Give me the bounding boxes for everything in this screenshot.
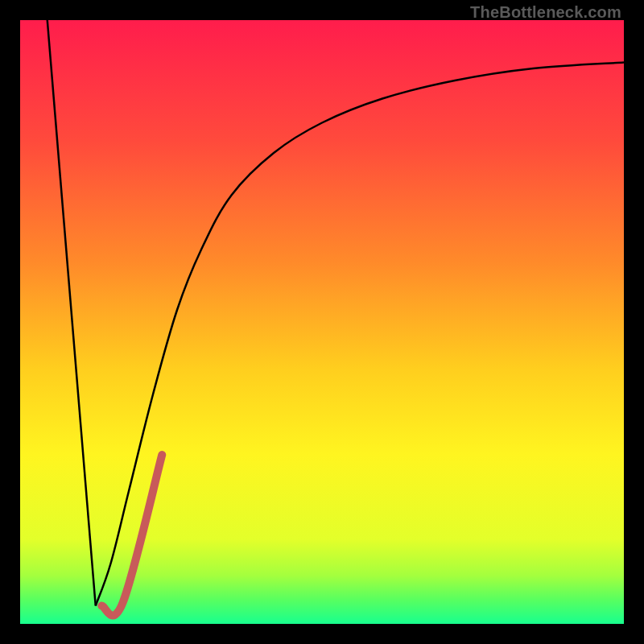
series-left-descent [47,20,96,606]
chart-frame: TheBottleneck.com [0,0,644,644]
series-right-ascent-curve [96,63,624,606]
curve-layer [20,20,624,624]
watermark-label: TheBottleneck.com [470,3,621,22]
plot-area [20,20,624,624]
